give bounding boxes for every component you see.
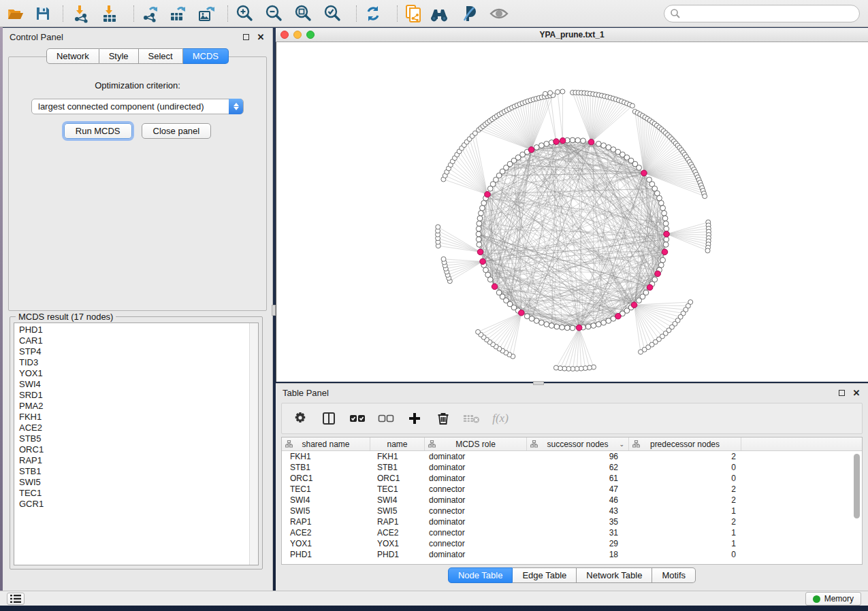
mcds-result-item[interactable]: STB5 — [14, 433, 248, 444]
select-all-button[interactable] — [350, 411, 365, 426]
mcds-result-item[interactable]: SRD1 — [14, 390, 248, 401]
table-row[interactable]: SWI5SWI5connector431 — [282, 506, 862, 516]
column-header-successor-nodes[interactable]: successor nodes⌄ — [527, 437, 629, 450]
export-table-icon — [168, 4, 187, 23]
mcds-result-item[interactable]: GCR1 — [14, 499, 248, 510]
column-header-MCDS-role[interactable]: MCDS role — [425, 437, 527, 450]
network-titlebar[interactable]: YPA_prune.txt_1 — [276, 28, 868, 42]
control-panel-title: Control Panel — [10, 32, 63, 42]
mcds-result-item[interactable]: SWI4 — [14, 379, 248, 390]
mcds-result-item[interactable]: PMA2 — [14, 401, 248, 412]
table-cell: PHD1 — [370, 549, 425, 560]
mcds-result-item[interactable]: CAR1 — [14, 335, 248, 346]
clone-network-button[interactable] — [403, 4, 423, 23]
table-scrollbar-thumb[interactable] — [854, 454, 860, 518]
zoom-in-button[interactable] — [234, 4, 255, 23]
close-panel-button-mcds[interactable]: Close panel — [142, 123, 212, 139]
vertical-splitter-grip[interactable] — [272, 305, 276, 316]
criterion-dropdown[interactable]: largest connected component (undirected) — [31, 99, 244, 114]
split-columns-button[interactable] — [321, 411, 336, 426]
function-builder-button[interactable]: f(x) — [493, 411, 508, 426]
table-row[interactable]: RAP1RAP1dominator352 — [282, 516, 862, 527]
export-table-button[interactable] — [167, 4, 188, 23]
float-icon — [839, 390, 845, 396]
tab-motifs[interactable]: Motifs — [652, 567, 696, 583]
mcds-result-item[interactable]: STP4 — [14, 346, 248, 357]
mcds-result-item[interactable]: ORC1 — [14, 444, 248, 455]
tab-select[interactable]: Select — [139, 48, 183, 64]
export-network-button[interactable] — [140, 4, 161, 23]
add-column-icon — [408, 412, 421, 425]
function-builder-icon: f(x) — [492, 412, 509, 425]
column-header-name[interactable]: name — [370, 437, 425, 450]
control-panel: Control Panel ✕ NetworkStyleSelectMCDS O… — [3, 28, 273, 591]
tab-node-table[interactable]: Node Table — [448, 567, 513, 583]
mcds-result-item[interactable]: TEC1 — [14, 488, 248, 499]
shared-column-icon — [428, 440, 436, 448]
table-cell: SWI5 — [282, 506, 370, 516]
mcds-result-item[interactable]: PHD1 — [14, 325, 248, 335]
mcds-result-item[interactable]: TID3 — [14, 357, 248, 368]
show-hide-button[interactable] — [489, 4, 509, 23]
table-row[interactable]: SWI4SWI4dominator462 — [282, 495, 862, 506]
float-table-panel-button[interactable] — [837, 388, 846, 397]
mcds-result-list[interactable]: PHD1CAR1STP4TID3YOX1SWI4SRD1PMA2FKH1ACE2… — [14, 323, 259, 565]
table-cell: 2 — [629, 495, 741, 506]
mcds-result-item[interactable]: YOX1 — [14, 368, 248, 379]
gear-button[interactable] — [293, 411, 308, 426]
zoom-fit-icon — [293, 4, 312, 23]
table-scrollbar[interactable] — [854, 454, 860, 563]
zoom-out-button[interactable] — [263, 4, 284, 23]
mcds-result-item[interactable]: SWI5 — [14, 477, 248, 488]
panel-list-button[interactable] — [7, 593, 25, 605]
float-panel-button[interactable] — [241, 32, 251, 42]
zoom-fit-button[interactable] — [293, 4, 313, 23]
close-table-panel-button[interactable]: ✕ — [852, 388, 861, 397]
close-icon: ✕ — [257, 34, 265, 40]
zoom-selected-button[interactable] — [322, 4, 342, 23]
tab-network[interactable]: Network — [46, 48, 99, 64]
run-mcds-button[interactable]: Run MCDS — [64, 123, 132, 139]
memory-button[interactable]: Memory — [805, 592, 861, 606]
table-row[interactable]: YOX1YOX1connector291 — [282, 538, 862, 549]
delete-table-button[interactable] — [464, 411, 479, 426]
deselect-all-button[interactable] — [379, 411, 393, 426]
first-neighbors-icon — [428, 4, 450, 23]
add-column-button[interactable] — [407, 411, 422, 426]
mcds-result-item[interactable]: ACE2 — [14, 423, 248, 433]
column-header-shared-name[interactable]: shared name — [282, 437, 370, 450]
close-panel-button[interactable]: ✕ — [256, 32, 266, 42]
tab-mcds[interactable]: MCDS — [183, 48, 229, 64]
sort-desc-icon: ⌄ — [619, 441, 624, 448]
column-header-predecessor-nodes[interactable]: predecessor nodes — [629, 437, 741, 450]
table-row[interactable]: STB1STB1dominator620 — [282, 462, 862, 473]
table-row[interactable]: TEC1TEC1connector472 — [282, 484, 862, 495]
tab-edge-table[interactable]: Edge Table — [513, 567, 577, 583]
table-cell: 46 — [527, 495, 629, 506]
open-file-button[interactable] — [5, 4, 26, 23]
import-network-button[interactable] — [71, 4, 91, 23]
mcds-result-item[interactable]: STB1 — [14, 466, 248, 477]
save-session-button[interactable] — [33, 4, 53, 23]
table-row[interactable]: FKH1FKH1dominator962 — [282, 451, 862, 462]
refresh-button[interactable] — [363, 4, 383, 23]
table-row[interactable]: ACE2ACE2connector311 — [282, 527, 862, 538]
graphics-details-button[interactable] — [459, 4, 479, 23]
tab-network-table[interactable]: Network Table — [577, 567, 652, 583]
horizontal-splitter-grip[interactable] — [533, 381, 544, 385]
network-canvas[interactable] — [276, 42, 868, 382]
table-row[interactable]: ORC1ORC1dominator610 — [282, 473, 862, 484]
mcds-result-item[interactable]: FKH1 — [14, 412, 248, 423]
table-row[interactable]: PHD1PHD1dominator180 — [282, 549, 862, 560]
search-input[interactable] — [681, 7, 859, 20]
search-box[interactable] — [664, 5, 860, 22]
mcds-result-item[interactable]: RAP1 — [14, 455, 248, 466]
export-image-button[interactable] — [196, 4, 216, 23]
delete-column-button[interactable] — [436, 411, 451, 426]
import-table-button[interactable] — [99, 4, 120, 23]
mcds-list-scrollbar[interactable] — [249, 323, 258, 565]
table-cell: 0 — [629, 462, 741, 473]
table-cell: STB1 — [282, 462, 370, 473]
first-neighbors-button[interactable] — [429, 4, 449, 23]
tab-style[interactable]: Style — [99, 48, 139, 64]
